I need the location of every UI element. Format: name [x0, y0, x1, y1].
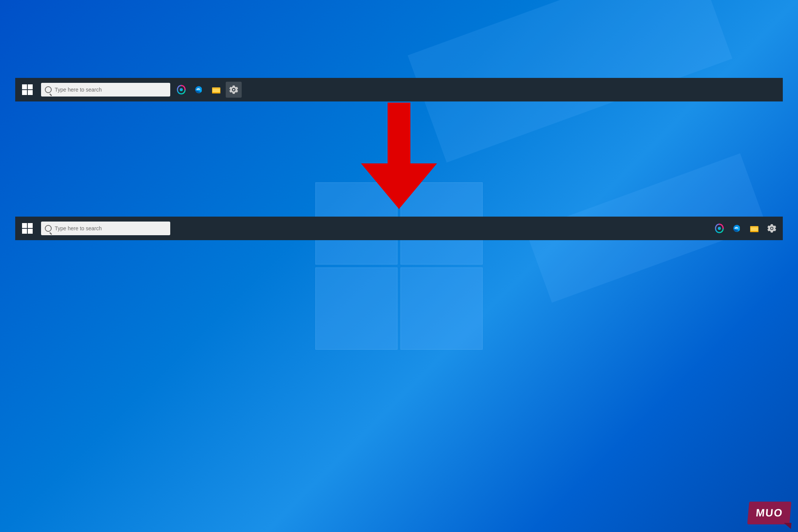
taskbar-bottom: Type here to search — [15, 217, 783, 240]
settings-icon-bottom[interactable] — [764, 220, 780, 236]
search-placeholder-top: Type here to search — [55, 87, 102, 93]
start-button-top[interactable] — [15, 78, 40, 101]
windows-logo-bottom — [22, 223, 33, 234]
copilot-icon-top[interactable] — [173, 82, 189, 98]
fe-svg-bottom — [749, 223, 760, 234]
svg-rect-13 — [750, 227, 758, 231]
svg-marker-7 — [361, 163, 437, 209]
taskbar-icons-bottom — [711, 220, 780, 236]
win-pane-b4 — [28, 229, 33, 234]
edge-icon-top[interactable] — [191, 82, 207, 98]
win-pane-b3 — [22, 229, 27, 234]
win-pane-b2 — [28, 223, 33, 228]
win-pane-bl — [315, 268, 397, 350]
edge-icon-bottom[interactable] — [729, 220, 745, 236]
settings-svg-bottom — [766, 223, 777, 234]
win-pane-br — [401, 268, 483, 350]
svg-point-8 — [718, 227, 721, 230]
file-explorer-icon-top[interactable] — [208, 82, 224, 98]
taskbar-top: Type here to search — [15, 78, 783, 101]
search-placeholder-bottom: Type here to search — [55, 225, 102, 231]
search-icon-top — [45, 86, 52, 93]
start-button-bottom[interactable] — [15, 217, 40, 240]
win-pane-3 — [22, 90, 27, 95]
copilot-icon-bottom[interactable] — [711, 220, 727, 236]
win-pane-4 — [28, 90, 33, 95]
search-box-top[interactable]: Type here to search — [41, 83, 170, 97]
svg-point-0 — [180, 88, 183, 91]
windows-logo-top — [22, 84, 33, 95]
settings-icon-top[interactable] — [226, 82, 242, 98]
file-explorer-icon-bottom[interactable] — [746, 220, 762, 236]
arrow-svg — [361, 103, 437, 209]
win-pane-2 — [28, 84, 33, 89]
taskbar-icons-top — [173, 82, 242, 98]
red-arrow — [361, 103, 437, 211]
edge-svg-top — [193, 84, 204, 95]
copilot-svg-bottom — [714, 223, 725, 234]
svg-point-15 — [771, 228, 773, 230]
fe-svg-top — [211, 84, 222, 95]
svg-rect-5 — [212, 89, 220, 92]
win-pane-b1 — [22, 223, 27, 228]
win-pane-1 — [22, 84, 27, 89]
settings-svg-top — [228, 84, 239, 95]
svg-rect-6 — [388, 103, 410, 167]
copilot-svg-top — [176, 84, 187, 95]
edge-svg-bottom — [732, 223, 742, 234]
muo-text: MUO — [755, 507, 783, 519]
search-box-bottom[interactable]: Type here to search — [41, 222, 170, 235]
search-icon-bottom — [45, 225, 52, 232]
muo-watermark: MUO — [747, 502, 792, 524]
